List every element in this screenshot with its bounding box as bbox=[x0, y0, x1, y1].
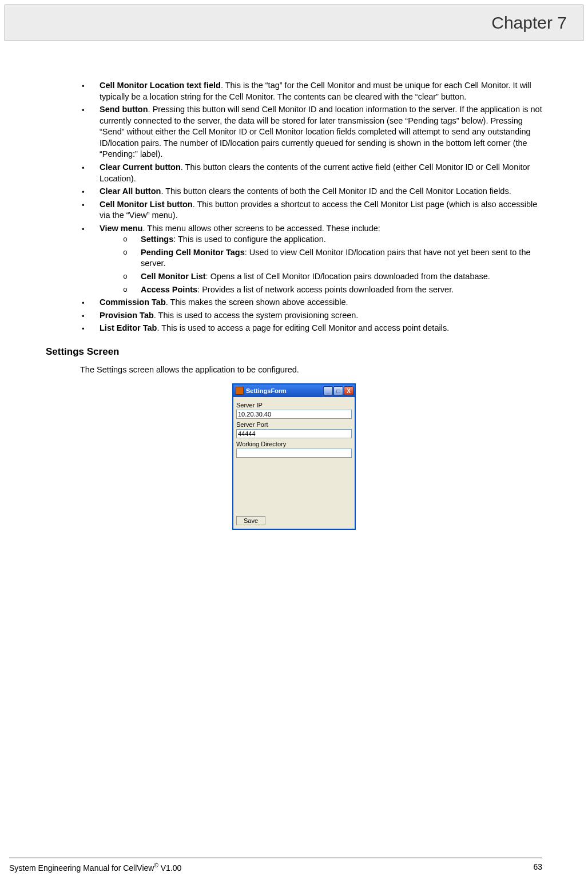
sub-bullet-item: Cell Monitor List: Opens a list of Cell … bbox=[121, 271, 542, 283]
sub-bullet-label: Settings bbox=[141, 235, 173, 244]
bullet-text: . This button clears the contents of bot… bbox=[161, 187, 511, 196]
sub-bullet-item: Access Points: Provides a list of networ… bbox=[121, 284, 542, 296]
bullet-item: Cell Monitor Location text field. This i… bbox=[80, 80, 542, 102]
header-box: Chapter 7 bbox=[5, 5, 583, 41]
sub-bullet-label: Access Points bbox=[141, 285, 197, 294]
content-body: Cell Monitor Location text field. This i… bbox=[0, 46, 588, 541]
bullet-label: List Editor Tab bbox=[100, 323, 157, 332]
footer-row: System Engineering Manual for CellView© … bbox=[9, 862, 542, 874]
footer: System Engineering Manual for CellView© … bbox=[0, 858, 588, 874]
working-dir-input[interactable] bbox=[236, 449, 352, 458]
bullet-label: Clear Current button bbox=[100, 162, 181, 172]
bullet-label: Send button bbox=[100, 105, 148, 114]
sub-bullet-text: : This is used to configure the applicat… bbox=[173, 235, 326, 244]
bullet-item: Send button. Pressing this button will s… bbox=[80, 104, 542, 160]
footer-left: System Engineering Manual for CellView© … bbox=[9, 862, 181, 874]
section-intro: The Settings screen allows the applicati… bbox=[46, 364, 542, 376]
save-button[interactable]: Save bbox=[236, 516, 265, 525]
window-titlebar: SettingsForm _ □ X bbox=[233, 384, 355, 397]
sub-bullet-list: Settings: This is used to configure the … bbox=[100, 234, 542, 295]
server-port-label: Server Port bbox=[236, 421, 352, 429]
server-ip-input[interactable] bbox=[236, 410, 352, 419]
server-port-input[interactable] bbox=[236, 429, 352, 438]
sub-bullet-label: Pending Cell Monitor Tags bbox=[141, 248, 245, 257]
bullet-label: View menu bbox=[100, 224, 142, 233]
close-button[interactable]: X bbox=[344, 386, 353, 395]
page-number: 63 bbox=[533, 862, 542, 874]
window-icon bbox=[236, 387, 244, 395]
section-title: Settings Screen bbox=[46, 346, 542, 359]
bullet-item: View menu. This menu allows other screen… bbox=[80, 223, 542, 295]
sub-bullet-text: : Opens a list of Cell Monitor ID/locati… bbox=[206, 272, 490, 281]
footer-left-pre: System Engineering Manual for CellView bbox=[9, 863, 154, 873]
bullet-item: Clear Current button. This button clears… bbox=[80, 162, 542, 184]
sub-bullet-text: : Provides a list of network access poin… bbox=[197, 285, 454, 294]
bullet-label: Clear All button bbox=[100, 187, 161, 196]
minimize-button[interactable]: _ bbox=[323, 386, 333, 395]
bullet-text: . Pressing this button will send Cell Mo… bbox=[100, 105, 542, 158]
maximize-button[interactable]: □ bbox=[333, 386, 343, 395]
bullet-item: Commission Tab. This makes the screen sh… bbox=[80, 297, 542, 308]
bullet-label: Commission Tab bbox=[100, 298, 166, 307]
bullet-text: . This is used to access the system prov… bbox=[154, 311, 359, 320]
settings-form-window: SettingsForm _ □ X Server IP Server Port… bbox=[232, 383, 356, 530]
working-dir-label: Working Directory bbox=[236, 440, 352, 449]
bullet-text: . This is used to access a page for edit… bbox=[157, 323, 449, 332]
sub-bullet-label: Cell Monitor List bbox=[141, 272, 206, 281]
sub-bullet-item: Pending Cell Monitor Tags: Used to view … bbox=[121, 247, 542, 269]
bullet-item: Clear All button. This button clears the… bbox=[80, 186, 542, 197]
server-ip-label: Server IP bbox=[236, 401, 352, 410]
main-bullet-list: Cell Monitor Location text field. This i… bbox=[46, 80, 542, 334]
footer-line bbox=[9, 858, 542, 858]
window-title-text: SettingsForm bbox=[246, 387, 323, 395]
bullet-label: Provision Tab bbox=[100, 311, 154, 320]
bullet-label: Cell Monitor List button bbox=[100, 200, 193, 209]
footer-left-post: V1.00 bbox=[158, 863, 181, 873]
bullet-item: List Editor Tab. This is used to access … bbox=[80, 323, 542, 334]
bullet-label: Cell Monitor Location text field bbox=[100, 81, 221, 90]
form-body: Server IP Server Port Working Directory … bbox=[233, 397, 355, 529]
sub-bullet-item: Settings: This is used to configure the … bbox=[121, 234, 542, 245]
settings-screenshot: SettingsForm _ □ X Server IP Server Port… bbox=[46, 383, 542, 530]
bullet-item: Cell Monitor List button. This button pr… bbox=[80, 199, 542, 221]
bullet-text: . This menu allows other screens to be a… bbox=[142, 224, 380, 233]
copyright-icon: © bbox=[154, 862, 158, 869]
chapter-title: Chapter 7 bbox=[491, 11, 567, 35]
bullet-item: Provision Tab. This is used to access th… bbox=[80, 310, 542, 322]
bullet-text: . This makes the screen shown above acce… bbox=[166, 298, 348, 307]
